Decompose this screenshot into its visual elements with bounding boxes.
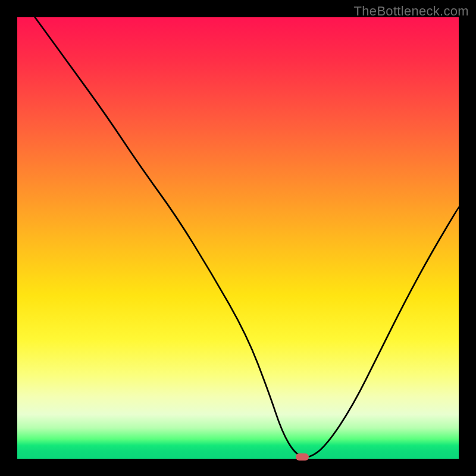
watermark-text: TheBottleneck.com (354, 4, 469, 19)
chart-frame: TheBottleneck.com (0, 0, 476, 476)
optimum-marker (296, 453, 309, 461)
bottleneck-curve (17, 17, 459, 459)
plot-area (17, 17, 459, 459)
